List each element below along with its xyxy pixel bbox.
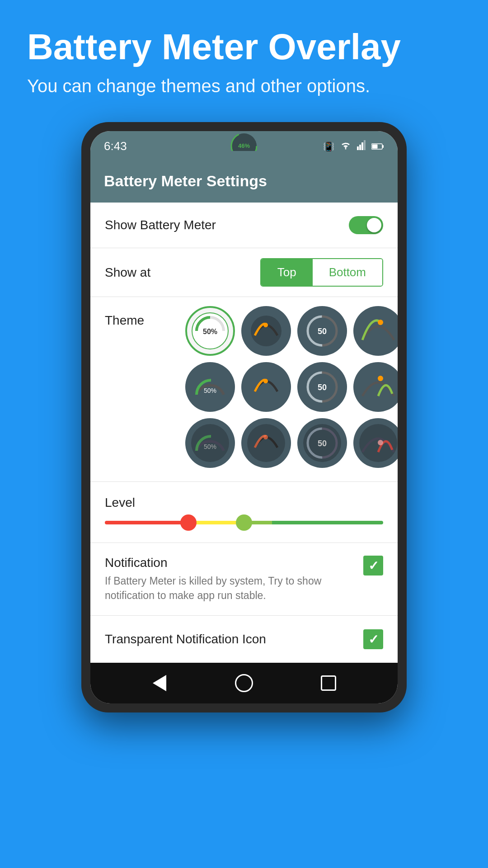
theme-option-13[interactable]: 50 xyxy=(297,418,347,468)
svg-point-20 xyxy=(378,320,383,325)
vibrate-icon: 📳 xyxy=(323,141,334,152)
app-bar: Battery Meter Settings xyxy=(90,160,398,203)
notification-text-block: Notification If Battery Meter is killed … xyxy=(105,556,363,603)
header-subtitle: You can change themes and other options. xyxy=(27,76,461,96)
home-button[interactable] xyxy=(233,672,255,694)
theme-row-2: 50% xyxy=(185,362,389,412)
home-icon xyxy=(235,674,253,692)
transparent-notification-label: Transparent Notification Icon xyxy=(105,632,266,646)
theme-option-6[interactable]: 50% xyxy=(185,362,235,412)
svg-point-19 xyxy=(359,312,397,350)
transparent-notification-checkbox[interactable] xyxy=(363,629,383,649)
svg-text:50: 50 xyxy=(318,439,327,448)
theme-option-14[interactable] xyxy=(353,418,398,468)
status-time: 6:43 xyxy=(104,139,127,153)
transparent-notification-row: Transparent Notification Icon xyxy=(90,616,398,663)
notification-section: Notification If Battery Meter is killed … xyxy=(90,543,398,616)
svg-point-33 xyxy=(247,368,285,406)
svg-point-52 xyxy=(263,435,268,439)
theme-option-11[interactable]: 50% xyxy=(185,418,235,468)
status-icons: 📳 xyxy=(323,139,384,153)
show-at-bottom-button[interactable]: Bottom xyxy=(313,259,382,286)
notification-title: Notification xyxy=(105,556,354,570)
navigation-bar xyxy=(90,663,398,703)
level-label: Level xyxy=(105,495,383,510)
svg-text:50%: 50% xyxy=(204,443,216,450)
phone-mockup: 6:43 46% 📳 xyxy=(81,122,407,712)
level-section: Level xyxy=(90,482,398,543)
svg-rect-9 xyxy=(372,145,378,149)
svg-rect-4 xyxy=(359,145,361,150)
svg-text:50: 50 xyxy=(318,327,327,336)
notification-checkbox[interactable] xyxy=(363,556,383,576)
svg-point-34 xyxy=(263,379,268,383)
show-battery-meter-row: Show Battery Meter xyxy=(90,203,398,248)
svg-rect-8 xyxy=(382,145,384,148)
theme-grids: 50% xyxy=(181,302,398,472)
theme-row-1: 50% xyxy=(185,306,389,356)
svg-point-51 xyxy=(247,424,285,462)
wifi-icon xyxy=(340,139,352,153)
svg-rect-6 xyxy=(364,140,366,150)
recents-icon xyxy=(321,675,336,691)
show-battery-meter-toggle[interactable] xyxy=(349,216,383,234)
theme-option-3[interactable]: 50 xyxy=(297,306,347,356)
level-slider[interactable] xyxy=(105,521,383,524)
toggle-knob xyxy=(367,218,381,232)
svg-rect-3 xyxy=(357,146,359,150)
theme-option-8[interactable]: 50 xyxy=(297,362,347,412)
theme-label: Theme xyxy=(90,302,181,328)
theme-row-3: 50% xyxy=(185,418,389,468)
level-thumb-yellow[interactable] xyxy=(236,514,252,531)
header-title: Battery Meter Overlay xyxy=(27,27,461,67)
show-battery-meter-label: Show Battery Meter xyxy=(105,218,216,232)
phone-inner: 6:43 46% 📳 xyxy=(90,131,398,703)
notification-description: If Battery Meter is killed by system, Tr… xyxy=(105,574,354,603)
svg-text:50%: 50% xyxy=(204,387,216,394)
svg-point-13 xyxy=(251,316,282,346)
svg-rect-5 xyxy=(361,142,363,150)
show-at-row: Show at Top Bottom xyxy=(90,248,398,297)
battery-overlay-circle: 46% xyxy=(228,131,260,151)
show-at-button-group: Top Bottom xyxy=(260,258,383,287)
svg-point-2 xyxy=(345,148,347,150)
header-area: Battery Meter Overlay You can change the… xyxy=(0,0,488,114)
svg-point-58 xyxy=(378,440,383,445)
status-bar: 6:43 46% 📳 xyxy=(90,131,398,160)
svg-text:50: 50 xyxy=(318,383,327,392)
theme-option-1[interactable]: 50% xyxy=(185,306,235,356)
theme-option-7[interactable] xyxy=(241,362,291,412)
signal-icon xyxy=(357,139,366,153)
theme-option-12[interactable] xyxy=(241,418,291,468)
svg-text:46%: 46% xyxy=(238,142,250,149)
svg-point-14 xyxy=(263,323,268,327)
recents-button[interactable] xyxy=(317,672,340,694)
svg-point-39 xyxy=(359,368,397,406)
battery-icon xyxy=(371,139,384,153)
theme-option-9[interactable] xyxy=(353,362,398,412)
show-at-top-button[interactable]: Top xyxy=(261,259,313,286)
theme-option-2[interactable] xyxy=(241,306,291,356)
show-at-label: Show at xyxy=(105,265,150,280)
svg-text:50%: 50% xyxy=(203,328,217,335)
level-thumb-red[interactable] xyxy=(180,514,197,531)
svg-point-40 xyxy=(378,376,383,381)
back-button[interactable] xyxy=(148,672,171,694)
app-bar-title: Battery Meter Settings xyxy=(104,172,384,190)
theme-section-inner: Theme 50% xyxy=(90,297,398,481)
theme-section: Theme 50% xyxy=(90,297,398,482)
back-icon xyxy=(153,675,166,691)
theme-option-4[interactable] xyxy=(353,306,398,356)
